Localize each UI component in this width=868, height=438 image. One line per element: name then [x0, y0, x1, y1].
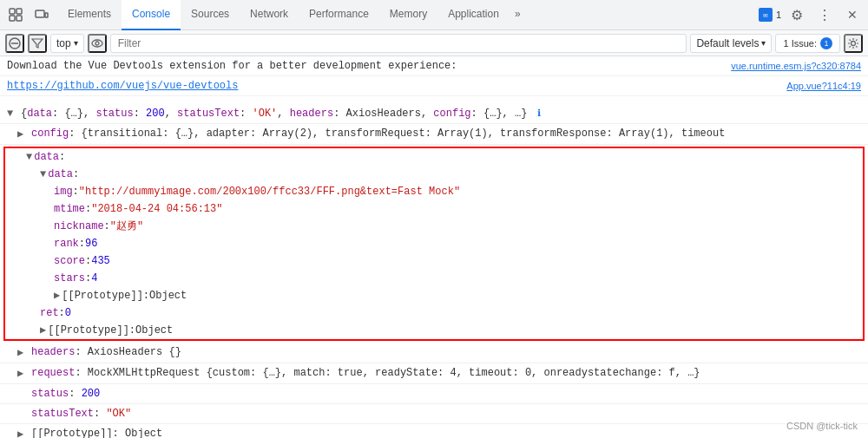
spacer [0, 96, 868, 103]
prototype-inner-toggle[interactable]: ▶ [54, 288, 60, 304]
status-line: status: 200 [0, 384, 868, 404]
data-outer-toggle[interactable]: ▼ [26, 149, 32, 165]
highlighted-data-section: ▼ data: ▼ data: img: "http://dummyimage.… [3, 147, 865, 341]
inspect-icon[interactable] [3, 3, 28, 27]
message-icon: ✉ [759, 8, 773, 22]
prototype-inner-line: ▶ [[Prototype]]: Object [5, 287, 863, 304]
prototype-outer-line: ▶ [[Prototype]]: Object [5, 322, 863, 339]
data-inner-line: ▼ data: [5, 166, 863, 183]
devtools-link: https://github.com/vuejs/vue-devtools [7, 78, 769, 94]
console-content: Download the Vue Devtools extension for … [0, 56, 868, 438]
request-collapse-icon[interactable]: ▶ [17, 366, 30, 382]
chevron-down-icon: ▾ [761, 38, 766, 48]
rank-line: rank: 96 [5, 235, 863, 252]
tab-elements[interactable]: Elements [57, 0, 122, 30]
tab-performance[interactable]: Performance [299, 0, 379, 30]
prototype-final-line: ▶ [[Prototype]]: Object [0, 424, 868, 438]
more-options-icon[interactable]: ⋮ [812, 3, 837, 27]
tab-memory[interactable]: Memory [379, 0, 437, 30]
svg-point-9 [95, 42, 99, 45]
svg-rect-3 [16, 16, 22, 21]
filter-icon[interactable] [28, 34, 47, 53]
tab-bar-right: ✉ 1 ⚙ ⋮ ✕ [759, 3, 865, 27]
request-content: request: MockXMLHttpRequest {custom: {…}… [31, 365, 861, 381]
ret-line: ret: 0 [5, 304, 863, 322]
config-collapse-icon[interactable]: ▶ [17, 127, 30, 142]
devtools-left-icons [3, 3, 54, 27]
settings-icon[interactable]: ⚙ [785, 3, 809, 27]
response-object-line: ▼ {data: {…}, status: 200, statusText: '… [0, 103, 868, 124]
svg-rect-5 [45, 13, 48, 17]
vue-source-link[interactable]: vue.runtime.esm.js?c320:8784 [713, 58, 861, 74]
tab-console[interactable]: Console [122, 0, 181, 30]
tab-more[interactable]: » [510, 0, 526, 30]
headers-collapse-icon[interactable]: ▶ [17, 345, 30, 361]
svg-point-8 [92, 40, 102, 47]
collapse-icon[interactable]: ▼ [7, 106, 19, 121]
nickname-line: nickname: "赵勇" [5, 218, 863, 235]
chevron-down-icon: ▾ [74, 38, 78, 48]
data-inner-toggle[interactable]: ▼ [40, 167, 46, 182]
download-message-line: Download the Vue Devtools extension for … [0, 56, 868, 76]
statustext-line: statusText: "OK" [0, 404, 868, 424]
close-devtools-icon[interactable]: ✕ [840, 3, 865, 27]
tab-network[interactable]: Network [240, 0, 299, 30]
console-toolbar: top ▾ Default levels ▾ 1 Issue: 1 [0, 30, 868, 56]
tab-sources[interactable]: Sources [181, 0, 240, 30]
prototype-final-content: [[Prototype]]: Object [31, 426, 861, 438]
headers-line: ▶ headers: AxiosHeaders {} [0, 343, 868, 363]
console-settings-icon[interactable] [844, 34, 863, 53]
headers-content: headers: AxiosHeaders {} [31, 344, 861, 360]
score-line: score: 435 [5, 252, 863, 270]
prototype-final-toggle[interactable]: ▶ [17, 427, 30, 438]
context-selector[interactable]: top ▾ [50, 34, 84, 53]
levels-selector[interactable]: Default levels ▾ [690, 34, 772, 53]
eye-icon[interactable] [88, 34, 107, 53]
devtools-link-line: https://github.com/vuejs/vue-devtools Ap… [0, 76, 868, 96]
highlighted-inner: ▼ data: ▼ data: img: "http://dummyimage.… [5, 148, 863, 339]
response-object-content: {data: {…}, status: 200, statusText: 'OK… [21, 105, 861, 121]
svg-point-10 [852, 41, 856, 45]
responsive-icon[interactable] [30, 3, 54, 27]
tab-application[interactable]: Application [437, 0, 510, 30]
app-source-link[interactable]: App.vue?11c4:19 [769, 78, 861, 94]
statustext-content: statusText: "OK" [31, 406, 861, 422]
tab-bar: Elements Console Sources Network Perform… [0, 0, 868, 30]
stars-line: stars: 4 [5, 270, 863, 287]
status-content: status: 200 [31, 386, 861, 402]
svg-rect-2 [10, 16, 15, 21]
config-content: config: {transitional: {…}, adapter: Arr… [31, 126, 861, 141]
clear-console-icon[interactable] [5, 34, 24, 53]
svg-rect-1 [16, 9, 22, 14]
mtime-line: mtime: "2018-04-24 04:56:13" [5, 200, 863, 218]
info-tooltip-icon[interactable]: ℹ [537, 108, 541, 118]
prototype-outer-toggle[interactable]: ▶ [40, 323, 46, 338]
config-line: ▶ config: {transitional: {…}, adapter: A… [0, 124, 868, 145]
issue-badge: 1 [820, 37, 832, 49]
filter-input[interactable] [110, 34, 687, 53]
request-line: ▶ request: MockXMLHttpRequest {custom: {… [0, 363, 868, 384]
watermark: CSDN @tick-tick [786, 421, 858, 431]
svg-rect-0 [10, 9, 15, 14]
img-line: img: "http://dummyimage.com/200x100/ffcc… [5, 183, 863, 200]
svg-rect-4 [36, 10, 44, 17]
download-message-content: Download the Vue Devtools extension for … [7, 58, 713, 74]
issue-button[interactable]: 1 Issue: 1 [775, 34, 840, 53]
data-outer-line: ▼ data: [5, 148, 863, 166]
main-tabs: Elements Console Sources Network Perform… [57, 0, 755, 30]
